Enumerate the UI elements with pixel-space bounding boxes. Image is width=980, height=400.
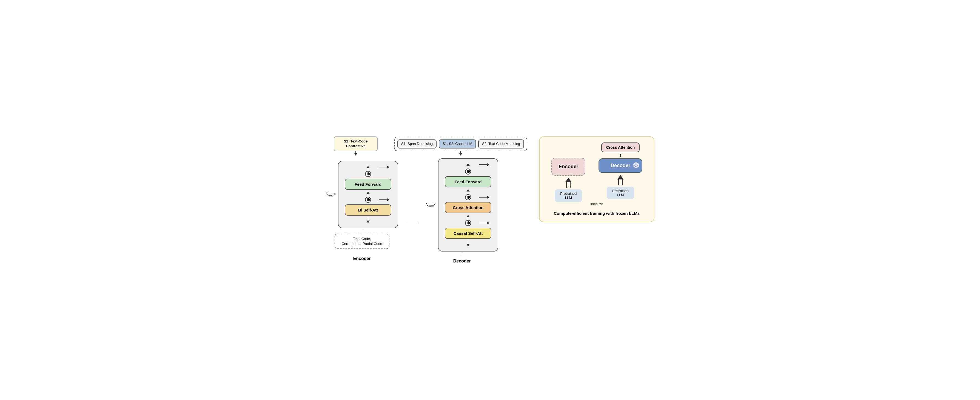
arrow-output-down xyxy=(354,151,357,156)
task-s1s2-causal: S1, S2: Causal LM xyxy=(439,140,476,149)
dec-plus-bot: ⊕ xyxy=(465,220,471,226)
n-enc-label: Nenc× xyxy=(326,192,336,197)
enc-ff-box: Feed Forward xyxy=(345,179,391,190)
right-decoder-box: Decoder ❆ xyxy=(598,158,643,173)
right-cross-att-line xyxy=(620,154,621,157)
arrow-dec-in xyxy=(466,241,470,246)
output-box: S2: Text-Code Contrastive xyxy=(334,137,378,151)
arrow-ff-up xyxy=(366,166,370,171)
arrow-dec-causal-up xyxy=(466,215,470,220)
dec-plus-mid: ⊕ xyxy=(465,194,471,200)
right-decoder-col: Cross Attention Decoder ❆ Pretrained LLM xyxy=(593,143,647,199)
left-section: S2: Text-Code Contrastive S1: Span Denoi… xyxy=(326,137,528,263)
right-decoder-label: Decoder xyxy=(611,163,630,168)
encoder-decoder-row: Nenc× xyxy=(326,158,528,263)
right-enc-arrow-up xyxy=(565,177,572,188)
main-container: S2: Text-Code Contrastive S1: Span Denoi… xyxy=(326,137,654,263)
initialize-label: initialize xyxy=(590,202,603,206)
encoder-label: Encoder xyxy=(353,256,371,261)
dec-top-line xyxy=(462,253,462,256)
task-boxes-container: S1: Span Denoising S1, S2: Causal LM S2:… xyxy=(394,137,527,151)
decoder-block: ⊕ Feed Forward xyxy=(438,158,498,251)
n-dec-label: Ndec× xyxy=(426,202,436,207)
arrow-enc-in xyxy=(366,217,370,223)
task-s1-span: S1: Span Denoising xyxy=(398,140,437,149)
arrow-tasks-down xyxy=(459,151,462,156)
decoder-label: Decoder xyxy=(453,259,471,263)
enc-top-line xyxy=(362,230,362,232)
right-section: Encoder Pretrained LLM Cross Attention D… xyxy=(539,137,654,222)
enc-plus-mid: ⊕ xyxy=(365,197,371,203)
enc-plus-top: ⊕ xyxy=(365,171,371,177)
right-pretrained-2: Pretrained LLM xyxy=(607,187,634,199)
snowflake-icon: ❆ xyxy=(633,161,639,170)
enc-att-box: Bi Self-Att xyxy=(345,205,391,216)
task-s2-matching: S2: Text-Code Matching xyxy=(478,140,524,149)
right-encoder-col: Encoder Pretrained LLM xyxy=(546,143,591,202)
dec-ff-box: Feed Forward xyxy=(445,176,492,187)
right-bottom-label: Compute-efficient training with frozen L… xyxy=(554,210,640,216)
arrow-enc-mid xyxy=(366,192,370,197)
right-pretrained-1: Pretrained LLM xyxy=(555,189,582,202)
arrow-dec-ff-up xyxy=(466,163,470,168)
right-encoder-box: Encoder xyxy=(551,158,585,176)
arrow-dec-mid-up xyxy=(466,189,470,194)
dec-cross-att-box: Cross Attention xyxy=(445,202,492,213)
enc-dec-arrow xyxy=(406,222,417,222)
right-cross-att-box: Cross Attention xyxy=(601,143,640,152)
dec-plus-top: ⊕ xyxy=(465,168,471,175)
encoder-block: ⊕ Feed Forward xyxy=(338,161,398,228)
decoder-wrapper: Ndec× xyxy=(426,158,498,263)
right-dec-arrow-up xyxy=(617,175,624,185)
enc-input-box: Text, Code,Corrupted or Partial Code xyxy=(335,234,390,249)
encoder-wrapper: Nenc× xyxy=(326,161,398,261)
dec-causal-att-box: Causal Self-Att xyxy=(445,228,492,239)
